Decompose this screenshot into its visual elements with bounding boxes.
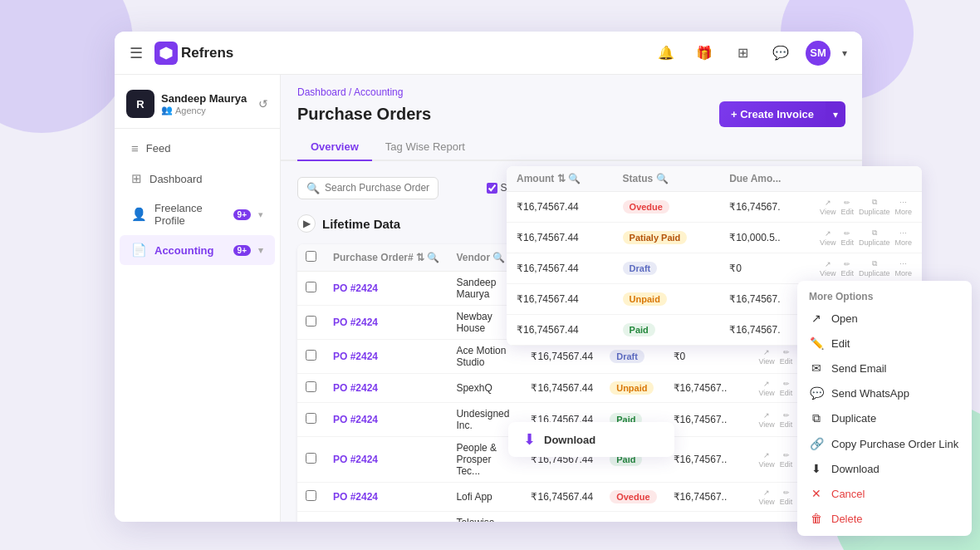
row-select-checkbox[interactable] (306, 413, 316, 424)
view-action[interactable]: ↗View (820, 199, 835, 216)
create-invoice-split-button[interactable]: ▾ (826, 101, 845, 127)
row-vendor: Lofi App (448, 483, 522, 512)
more-action[interactable]: ⋯More (894, 260, 912, 277)
edit-action[interactable]: ✏Edit (780, 489, 793, 506)
row-checkbox (297, 403, 325, 437)
logo-text: Refrens (181, 45, 233, 61)
edit-action[interactable]: ✏Edit (780, 411, 793, 429)
overlay-row-amount: ₹16,74567.44 (507, 223, 613, 253)
more-options-icon: ✕ (809, 487, 824, 500)
hamburger-icon[interactable]: ☰ (130, 44, 143, 62)
more-options-item-download[interactable]: ⬇Download (797, 456, 972, 481)
more-options-icon: ↗ (809, 312, 824, 325)
more-options-item-label: Duplicate (831, 412, 876, 425)
edit-action[interactable]: ✏Edit (780, 348, 793, 366)
row-select-checkbox[interactable] (306, 350, 316, 361)
row-select-checkbox[interactable] (306, 381, 316, 392)
tab-overview[interactable]: Overview (297, 134, 372, 161)
duplicate-action[interactable]: ⧉Duplicate (859, 198, 890, 216)
search-box: 🔍 (297, 177, 439, 199)
overlay-row-amount: ₹16,74567.44 (507, 284, 613, 315)
more-action[interactable]: ⋯More (894, 199, 912, 216)
status-badge: Ovedue (610, 490, 656, 503)
more-options-icon: ✉ (809, 361, 824, 375)
edit-action[interactable]: ✏Edit (840, 199, 854, 216)
more-options-item-send-email[interactable]: ✉Send Email (797, 356, 972, 381)
overlay-col-amount: Amount ⇅ 🔍 (507, 166, 613, 192)
more-options-title: More Options (797, 286, 972, 306)
row-select-checkbox[interactable] (306, 490, 316, 501)
more-options-item-edit[interactable]: ✏️Edit (797, 331, 972, 356)
lifetime-label: Lifetime Data (322, 217, 400, 231)
view-action[interactable]: ↗View (758, 348, 774, 366)
avatar[interactable]: SM (806, 41, 831, 66)
notification-icon[interactable]: 🔔 (653, 40, 679, 66)
refresh-icon[interactable]: ↺ (258, 97, 268, 110)
overlay-table-header: Amount ⇅ 🔍 Status 🔍 Due Amo... (507, 166, 922, 192)
overlay-row-amount: ₹16,74567.44 (507, 253, 613, 284)
overlay-table-row: ₹16,74567.44 Patialy Paid ₹10,000.5.. ↗V… (507, 223, 922, 253)
view-action[interactable]: ↗View (820, 229, 835, 247)
more-options-item-label: Cancel (831, 488, 865, 500)
edit-action[interactable]: ✏Edit (780, 380, 793, 397)
search-input[interactable] (325, 182, 429, 194)
more-options-item-label: Send Email (831, 362, 886, 375)
gift-icon[interactable]: 🎁 (691, 40, 718, 66)
sidebar-user: R Sandeep Maurya 👥 Agency ↺ (115, 83, 280, 129)
sidebar-item-dashboard[interactable]: ⊞ Dashboard (120, 164, 275, 194)
more-options-icon: 💬 (809, 386, 824, 400)
logo-icon (154, 42, 178, 65)
select-all-checkbox[interactable] (306, 251, 316, 262)
more-options-item-label: Download (831, 463, 880, 475)
row-status: Ovedue (601, 483, 664, 512)
row-due: ₹16,74567.. (665, 512, 751, 523)
overlay-row-due: ₹16,74567. (719, 192, 810, 223)
create-invoice-button[interactable]: + Create Invoice (719, 101, 826, 127)
create-invoice-wrap: + Create Invoice ▾ (719, 101, 845, 127)
view-action[interactable]: ↗View (820, 260, 835, 277)
more-options-item-duplicate[interactable]: ⧉Duplicate (797, 405, 972, 431)
edit-action[interactable]: ✏Edit (780, 451, 793, 469)
overlay-row-status: Patialy Paid (613, 223, 720, 253)
view-action[interactable]: ↗View (758, 451, 774, 469)
row-checkbox (297, 374, 325, 403)
more-options-dropdown: More Options ↗Open✏️Edit✉Send Email💬Send… (797, 281, 972, 536)
more-options-item-cancel[interactable]: ✕Cancel (797, 481, 972, 506)
breadcrumb: Dashboard / Accounting (281, 75, 862, 100)
view-action[interactable]: ↗View (758, 380, 774, 397)
row-select-checkbox[interactable] (306, 282, 316, 292)
row-due: ₹16,74567.. (665, 437, 751, 483)
grid-icon[interactable]: ⊞ (729, 40, 756, 66)
row-amount: ₹16,74567.44 (522, 374, 601, 403)
edit-action[interactable]: ✏Edit (840, 229, 854, 247)
tab-tag-wise-report[interactable]: Tag Wise Report (372, 134, 478, 161)
show-filters-checkbox[interactable] (487, 183, 497, 194)
edit-action[interactable]: ✏Edit (840, 260, 854, 277)
overlay-row-amount: ₹16,74567.44 (507, 315, 613, 346)
duplicate-action[interactable]: ⧉Duplicate (859, 228, 890, 247)
duplicate-action[interactable]: ⧉Duplicate (859, 259, 890, 277)
row-select-checkbox[interactable] (306, 316, 316, 327)
more-options-item-open[interactable]: ↗Open (797, 306, 972, 331)
overlay-row-due: ₹0 (719, 253, 810, 284)
more-options-item-copy-purchase-order-link[interactable]: 🔗Copy Purchase Order Link (797, 431, 972, 456)
overlay-row-status: Draft (613, 253, 720, 284)
row-po-number: PO #2424 (325, 512, 448, 523)
sidebar-item-feed[interactable]: ≡ Feed (120, 134, 275, 163)
more-action[interactable]: ⋯More (894, 229, 912, 247)
row-due: ₹16,74567.. (665, 483, 751, 512)
chat-icon[interactable]: 💬 (767, 40, 794, 66)
more-options-item-delete[interactable]: 🗑Delete (797, 506, 972, 531)
view-action[interactable]: ↗View (758, 489, 774, 506)
overlay-row-due: ₹10,000.5.. (719, 223, 810, 253)
avatar-chevron-icon[interactable]: ▾ (842, 47, 847, 59)
view-action[interactable]: ↗View (758, 411, 774, 429)
lifetime-arrow-button[interactable]: ▶ (297, 214, 316, 233)
more-options-icon: ⬇ (809, 462, 824, 475)
sidebar-item-freelance-profile[interactable]: 👤 Freelance Profile 9+ ▾ (120, 194, 275, 234)
more-options-item-send-whatsapp[interactable]: 💬Send WhatsApp (797, 381, 972, 405)
row-select-checkbox[interactable] (306, 453, 316, 464)
row-amount: ₹16,74567.44 (522, 483, 601, 512)
table-row: PO #2424 Lofi App ₹16,74567.44 Ovedue ₹1… (297, 483, 845, 512)
sidebar-item-accounting[interactable]: 📄 Accounting 9+ ▾ (120, 235, 275, 265)
